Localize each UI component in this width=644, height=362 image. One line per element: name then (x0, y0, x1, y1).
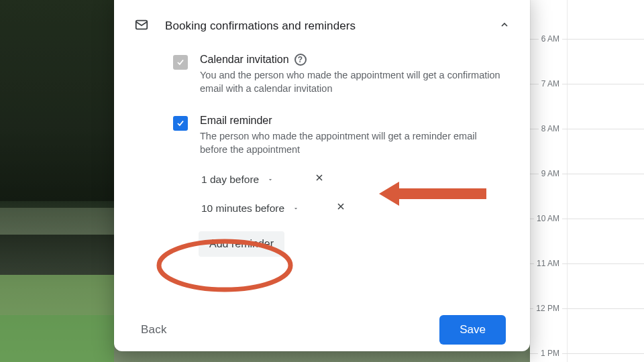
back-button[interactable]: Back (141, 323, 167, 337)
annotation-arrow (379, 178, 493, 210)
dropdown-caret-icon (292, 202, 299, 215)
time-label: 10 AM (534, 214, 562, 223)
option-desc: The person who made the appointment will… (200, 129, 504, 157)
remove-reminder-button[interactable] (331, 198, 350, 218)
remove-reminder-button[interactable] (310, 170, 329, 189)
option-title: Email reminder (200, 115, 272, 127)
checkbox-calendar-invitation (173, 55, 188, 70)
reminder-time-value: 1 day before (201, 174, 259, 186)
time-label: 8 AM (539, 124, 562, 133)
dropdown-caret-icon (267, 174, 274, 186)
reminder-time-dropdown[interactable]: 1 day before (201, 174, 295, 186)
annotation-ellipse (154, 237, 295, 294)
checkbox-email-reminder[interactable] (173, 116, 188, 131)
svg-point-2 (159, 241, 290, 290)
section-title: Booking confirmations and reminders (165, 19, 483, 33)
mail-icon (134, 17, 149, 35)
reminder-time-value: 10 minutes before (201, 202, 284, 215)
time-label: 6 AM (539, 34, 562, 44)
option-desc: You and the person who made the appointm… (200, 68, 504, 96)
save-button[interactable]: Save (439, 315, 506, 345)
svg-marker-1 (379, 182, 486, 206)
section-header[interactable]: Booking confirmations and reminders (134, 5, 510, 35)
option-title: Calendar invitation (200, 54, 289, 66)
time-label: 11 AM (534, 259, 562, 268)
booking-settings-panel: Booking confirmations and reminders Cale… (114, 0, 530, 351)
chevron-up-icon[interactable] (499, 19, 510, 33)
help-icon[interactable]: ? (294, 54, 307, 66)
option-email-reminder: Email reminder The person who made the a… (173, 115, 510, 157)
time-label: 12 PM (533, 304, 562, 313)
option-calendar-invitation: Calendar invitation ? You and the person… (173, 54, 510, 96)
calendar-time-column: 6 AM 7 AM 8 AM 9 AM 10 AM 11 AM 12 PM 1 … (530, 0, 644, 362)
reminder-time-dropdown[interactable]: 10 minutes before (201, 202, 317, 215)
time-label: 7 AM (539, 79, 562, 88)
time-label: 1 PM (538, 349, 562, 358)
time-label: 9 AM (539, 169, 562, 178)
